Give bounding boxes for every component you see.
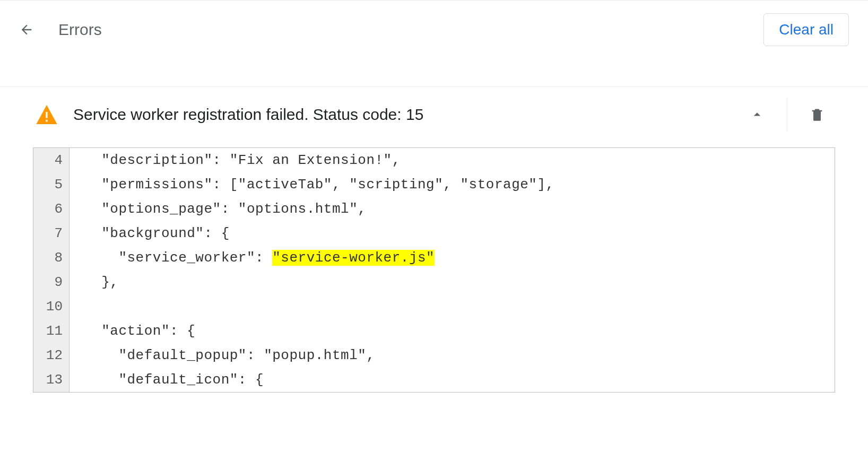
code-line: 7 "background": {: [33, 221, 835, 246]
error-entry-header: Service worker registration failed. Stat…: [33, 87, 835, 142]
code-line: 6 "options_page": "options.html",: [33, 197, 835, 221]
svg-rect-0: [46, 112, 47, 118]
page-header: Errors Clear all: [0, 1, 868, 59]
code-snippet: 4 "description": "Fix an Extension!", 5 …: [33, 147, 835, 393]
code-line: 13 "default_icon": {: [33, 368, 835, 392]
code-line: 10: [33, 294, 835, 319]
line-content: "permissions": ["activeTab", "scripting"…: [70, 177, 554, 193]
clear-all-button[interactable]: Clear all: [763, 13, 849, 46]
line-number: 5: [33, 172, 70, 197]
code-line: 9 },: [33, 270, 835, 294]
back-button[interactable]: [14, 17, 39, 42]
line-number: 13: [33, 368, 70, 392]
line-content: "service_worker": "service-worker.js": [70, 250, 435, 266]
line-content: "action": {: [70, 323, 195, 339]
svg-rect-1: [46, 120, 47, 122]
delete-error-button[interactable]: [804, 102, 830, 127]
code-line: 4 "description": "Fix an Extension!",: [33, 148, 835, 172]
line-number: 8: [33, 246, 70, 270]
line-number: 12: [33, 343, 70, 368]
code-line: 8 "service_worker": "service-worker.js": [33, 246, 835, 270]
page-title: Errors: [58, 21, 763, 39]
code-line: 11 "action": {: [33, 319, 835, 343]
chevron-up-icon: [749, 107, 765, 123]
line-number: 7: [33, 221, 70, 246]
line-content: "default_icon": {: [70, 372, 264, 388]
error-actions: [744, 98, 830, 132]
collapse-toggle-button[interactable]: [744, 102, 770, 127]
arrow-left-icon: [19, 22, 34, 37]
code-line: 5 "permissions": ["activeTab", "scriptin…: [33, 172, 835, 197]
line-content: },: [70, 274, 118, 290]
line-content: "default_popup": "popup.html",: [70, 347, 375, 363]
line-content: "options_page": "options.html",: [70, 201, 366, 217]
line-number: 10: [33, 294, 70, 319]
trash-icon: [810, 107, 824, 123]
line-number: 4: [33, 148, 70, 172]
line-number: 11: [33, 319, 70, 343]
content-area: Service worker registration failed. Stat…: [0, 87, 868, 393]
code-line: 12 "default_popup": "popup.html",: [33, 343, 835, 368]
action-divider: [787, 98, 787, 132]
warning-icon: [36, 105, 57, 124]
error-message: Service worker registration failed. Stat…: [73, 106, 744, 124]
highlighted-token: "service-worker.js": [272, 250, 435, 266]
line-content: "background": {: [70, 225, 230, 241]
line-number: 9: [33, 270, 70, 294]
line-number: 6: [33, 197, 70, 221]
line-content: "description": "Fix an Extension!",: [70, 152, 401, 168]
